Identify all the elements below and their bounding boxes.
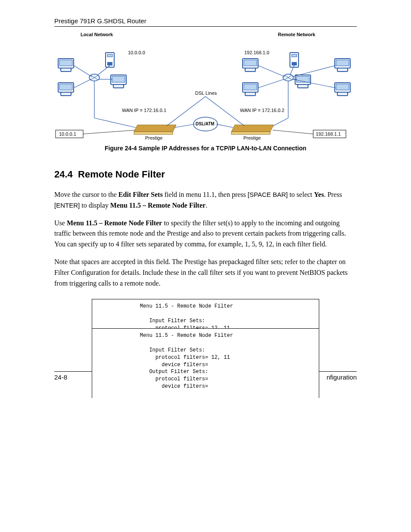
page-number: 24-8 — [54, 373, 67, 381]
svg-line-17 — [258, 65, 285, 77]
svg-line-16 — [94, 118, 136, 128]
remote-router-ip: 192.168.1.1 — [316, 131, 341, 137]
wan-ip-left: WAN IP = 172.16.0.1 — [122, 108, 166, 113]
svg-line-31 — [83, 130, 135, 134]
svg-line-26 — [216, 124, 233, 128]
router-right-label: Prestige — [243, 135, 261, 140]
local-subnet: 10.0.0.0 — [128, 50, 145, 55]
paragraph-2: Use Menu 11.5 – Remote Node Filter to sp… — [54, 218, 357, 250]
svg-line-13 — [98, 65, 110, 75]
wan-ip-right: WAN IP = 172.16.0.2 — [240, 108, 284, 113]
local-router-ip: 10.0.0.1 — [59, 131, 76, 137]
remote-subnet: 192.168.1.0 — [244, 50, 269, 55]
remote-network-label: Remote Network — [278, 32, 315, 37]
terminal-screenshots: Menu 11.5 - Remote Node Filter Input Fil… — [92, 299, 319, 398]
section-number: 24.4 — [54, 169, 73, 180]
section-title: Remote Node Filter — [78, 169, 165, 180]
paragraph-1: Move the cursor to the Edit Filter Sets … — [54, 190, 357, 211]
svg-line-11 — [74, 65, 92, 77]
svg-line-18 — [258, 79, 284, 88]
terminal-front: Menu 11.5 - Remote Node Filter Input Fil… — [92, 328, 319, 398]
network-diagram: Local Network Remote Network 10.0.0.0 19… — [55, 32, 356, 152]
header-title: Prestige 791R G.SHDSL Router — [54, 17, 146, 25]
svg-line-21 — [293, 65, 336, 77]
svg-line-25 — [174, 124, 195, 128]
footer-right-text: nfiguration — [327, 373, 357, 381]
figure-caption: Figure 24-4 Sample IP Addresses for a TC… — [55, 145, 356, 152]
dsl-atm-label: DSL/ATM — [196, 121, 215, 126]
section-heading: 24.4 Remote Node Filter — [54, 169, 357, 180]
page-header: Prestige 791R G.SHDSL Router — [54, 17, 357, 27]
dsl-lines-label: DSL Lines — [195, 90, 217, 96]
router-left-label: Prestige — [145, 135, 162, 140]
svg-line-32 — [273, 130, 313, 134]
local-network-label: Local Network — [81, 32, 113, 37]
paragraph-3: Note that spaces are accepted in this fi… — [54, 257, 357, 289]
svg-line-12 — [74, 79, 91, 88]
